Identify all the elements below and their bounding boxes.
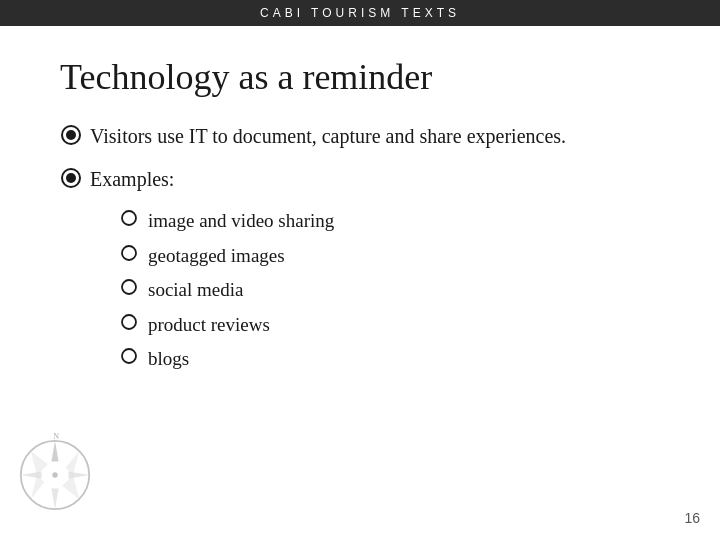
sub-bullet-item-3: social media xyxy=(120,277,660,304)
svg-marker-11 xyxy=(51,441,58,462)
svg-point-3 xyxy=(66,173,76,183)
sub-bullet-item-5: blogs xyxy=(120,346,660,373)
svg-marker-12 xyxy=(51,489,58,510)
open-circle-icon-5 xyxy=(120,346,148,373)
svg-marker-17 xyxy=(31,451,48,475)
bullet-item-2: Examples: xyxy=(60,165,660,196)
sub-bullet-text-5: blogs xyxy=(148,346,189,373)
sub-bullet-text-1: image and video sharing xyxy=(148,208,334,235)
svg-point-10 xyxy=(52,472,57,477)
svg-point-7 xyxy=(122,315,136,329)
svg-point-8 xyxy=(122,349,136,363)
sub-bullets-list: image and video sharing geotagged images… xyxy=(120,208,660,373)
bullet-text-1: Visitors use IT to document, capture and… xyxy=(90,122,660,150)
sub-bullet-item-4: product reviews xyxy=(120,312,660,339)
sub-bullet-text-2: geotagged images xyxy=(148,243,285,270)
sub-bullet-text-4: product reviews xyxy=(148,312,270,339)
filled-circle-icon-1 xyxy=(60,124,90,153)
svg-marker-18 xyxy=(62,475,79,499)
svg-marker-16 xyxy=(31,475,45,499)
svg-point-4 xyxy=(122,211,136,225)
svg-point-5 xyxy=(122,246,136,260)
open-circle-icon-4 xyxy=(120,312,148,339)
page-title: Technology as a reminder xyxy=(60,56,660,98)
svg-point-6 xyxy=(122,280,136,294)
open-circle-icon-2 xyxy=(120,243,148,270)
svg-marker-15 xyxy=(66,451,80,475)
bullet-item-1: Visitors use IT to document, capture and… xyxy=(60,122,660,153)
svg-point-1 xyxy=(66,130,76,140)
filled-circle-icon-2 xyxy=(60,167,90,196)
svg-text:N: N xyxy=(53,432,59,441)
header-title: CABI TOURISM TEXTS xyxy=(260,6,460,20)
compass-watermark: N xyxy=(10,430,100,510)
sub-bullet-item-1: image and video sharing xyxy=(120,208,660,235)
open-circle-icon-3 xyxy=(120,277,148,304)
open-circle-icon-1 xyxy=(120,208,148,235)
main-content: Technology as a reminder Visitors use IT… xyxy=(0,26,720,401)
bullet-text-2: Examples: xyxy=(90,165,660,193)
sub-bullet-item-2: geotagged images xyxy=(120,243,660,270)
header-bar: CABI TOURISM TEXTS xyxy=(0,0,720,26)
sub-bullet-text-3: social media xyxy=(148,277,244,304)
page-number: 16 xyxy=(684,510,700,526)
